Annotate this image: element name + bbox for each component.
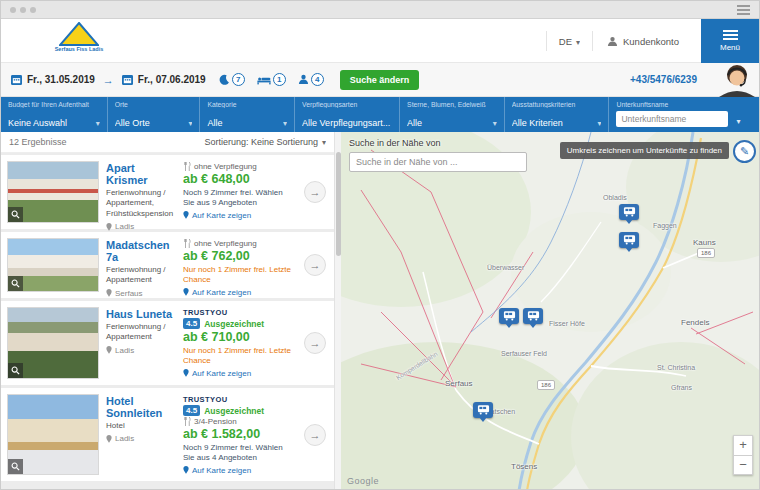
open-result-button[interactable] <box>304 424 326 446</box>
chevron-down-icon <box>279 118 287 128</box>
site-header: Serfaus Fiss Ladis DE Kundenkonto <box>1 19 759 63</box>
result-type: Ferienwohnung / Appartement, Frühstücksp… <box>106 188 176 219</box>
map-panel[interactable]: Obladis Faggen Kauns Überwasser Fisser H… <box>341 132 759 489</box>
filter-budget[interactable]: Budget für Ihren Aufenthalt Keine Auswah… <box>1 97 108 132</box>
filter-category[interactable]: Kategorie Alle <box>200 97 295 132</box>
result-name-link[interactable]: Apart Krismer <box>106 162 176 186</box>
calendar-icon <box>122 74 133 85</box>
map-place-label: Serfaus <box>445 379 473 388</box>
filter-amenities[interactable]: Ausstattungskriterien Alle Kriterien <box>505 97 610 132</box>
language-selector[interactable]: DE <box>546 31 593 51</box>
cutlery-icon <box>183 239 191 248</box>
pin-icon <box>106 223 112 231</box>
accommodation-map-marker[interactable] <box>523 308 543 324</box>
meal-plan: 3/4-Pension <box>183 417 295 426</box>
nights-selector[interactable]: 7 <box>218 73 245 86</box>
draw-radius-button[interactable] <box>733 140 756 163</box>
result-card[interactable]: Apart Krismer Ferienwohnung / Appartemen… <box>1 155 334 229</box>
filter-accommodation-name: Unterkunftsname <box>609 97 759 132</box>
accommodation-map-marker[interactable] <box>473 402 493 418</box>
zoom-photo-icon[interactable] <box>8 459 23 474</box>
result-card[interactable]: Madatschen 7a Ferienwohnung / Appartemen… <box>1 232 334 298</box>
map-place-label: Fendels <box>681 318 709 327</box>
show-on-map-link[interactable]: Auf Karte zeigen <box>183 466 295 475</box>
chevron-down-icon <box>489 118 497 128</box>
logo-triangle-icon <box>59 22 99 46</box>
show-on-map-link[interactable]: Auf Karte zeigen <box>183 369 295 378</box>
sort-dropdown[interactable]: Sortierung: Keine Sortierung <box>204 137 326 147</box>
result-photo[interactable] <box>7 238 99 292</box>
support-agent-photo <box>711 63 759 97</box>
open-result-button[interactable] <box>304 254 326 276</box>
window-dots-icon <box>10 7 36 13</box>
browser-menu-icon[interactable] <box>737 5 750 15</box>
result-name-link[interactable]: Madatschen 7a <box>106 239 176 263</box>
person-icon <box>298 74 309 85</box>
accommodation-map-marker[interactable] <box>619 232 639 248</box>
zoom-in-button[interactable]: + <box>733 435 753 455</box>
zoom-out-button[interactable]: − <box>733 455 753 475</box>
map-search-label: Suche in der Nähe von <box>349 138 527 148</box>
trustyou-rating-label: Ausgezeichnet <box>204 406 264 416</box>
date-to-field[interactable]: Fr., 07.06.2019 <box>122 74 206 85</box>
arrow-right-icon <box>103 74 114 86</box>
calendar-icon <box>11 74 22 85</box>
persons-selector[interactable]: 4 <box>298 73 324 86</box>
map-canvas[interactable] <box>341 132 759 489</box>
map-place-label: Fisser Höfe <box>549 320 585 327</box>
result-name-link[interactable]: Hotel Sonnleiten <box>106 395 176 419</box>
result-card[interactable]: Haus Luneta Ferienwohnung / Appartement … <box>1 301 334 385</box>
accommodation-name-input[interactable] <box>616 111 728 127</box>
show-on-map-link[interactable]: Auf Karte zeigen <box>183 288 295 297</box>
result-name-link[interactable]: Haus Luneta <box>106 308 176 320</box>
menu-button[interactable]: Menü <box>701 19 759 63</box>
chevron-down-icon <box>92 118 100 128</box>
phone-number-link[interactable]: +43/5476/6239 <box>630 74 697 85</box>
result-card[interactable]: Hotel Sonnleiten Hotel Ladis TRUSTYOU 4.… <box>1 388 334 481</box>
filter-places[interactable]: Orte Alle Orte <box>108 97 201 132</box>
result-type: Ferienwohnung / Appartement <box>106 322 176 343</box>
map-place-label: Gfrans <box>671 384 692 391</box>
zoom-photo-icon[interactable] <box>8 363 23 378</box>
result-photo[interactable] <box>7 161 99 223</box>
bus-icon <box>623 207 636 217</box>
date-from-field[interactable]: Fr., 31.05.2019 <box>11 74 95 85</box>
availability-text: Nur noch 1 Zimmer frei. Letzte Chance <box>183 265 295 286</box>
result-photo[interactable] <box>7 394 99 475</box>
accommodation-map-marker[interactable] <box>499 308 519 324</box>
map-attribution: Google <box>347 476 379 486</box>
pin-icon <box>183 211 189 219</box>
accommodation-map-marker[interactable] <box>619 204 639 220</box>
logo-text: Serfaus Fiss Ladis <box>47 46 111 52</box>
site-logo[interactable]: Serfaus Fiss Ladis <box>47 22 111 52</box>
zoom-photo-icon[interactable] <box>8 207 23 222</box>
bus-icon <box>477 405 490 415</box>
pin-icon <box>183 466 189 474</box>
filter-stars[interactable]: Sterne, Blumen, Edelweiß Alle <box>400 97 505 132</box>
zoom-photo-icon[interactable] <box>8 276 23 291</box>
rooms-selector[interactable]: 1 <box>257 73 286 86</box>
bus-icon <box>623 235 636 245</box>
map-place-label: St. Christina <box>657 364 695 371</box>
chevron-down-icon <box>184 118 192 128</box>
show-on-map-link[interactable]: Auf Karte zeigen <box>183 211 295 220</box>
results-scrollbar[interactable] <box>334 132 341 489</box>
chevron-down-icon <box>572 36 580 47</box>
chevron-down-icon <box>732 110 740 128</box>
results-panel: 12 Ergebnisse Sortierung: Keine Sortieru… <box>1 132 341 489</box>
change-search-button[interactable]: Suche ändern <box>340 70 420 90</box>
result-location: Ladis <box>106 222 176 231</box>
filter-meals[interactable]: Verpflegungsarten Alle Verpflegungsart..… <box>295 97 400 132</box>
result-photo[interactable] <box>7 307 99 379</box>
open-result-button[interactable] <box>304 332 326 354</box>
result-location: Ladis <box>106 434 176 443</box>
bed-icon <box>257 74 271 85</box>
filter-bar: Budget für Ihren Aufenthalt Keine Auswah… <box>1 97 759 132</box>
account-link[interactable]: Kundenkonto <box>593 36 693 47</box>
map-search-input[interactable] <box>349 152 527 172</box>
road-number-badge: 186 <box>697 248 715 258</box>
trustyou-brand: TRUSTYOU <box>183 308 295 317</box>
moon-icon <box>218 74 230 86</box>
trustyou-rating-label: Ausgezeichnet <box>204 319 264 329</box>
open-result-button[interactable] <box>304 181 326 203</box>
